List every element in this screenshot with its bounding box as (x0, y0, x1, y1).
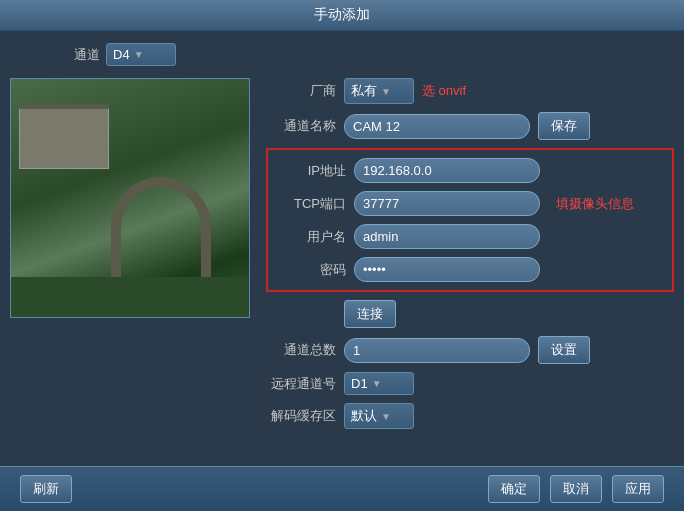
onvif-hint: 选 onvif (422, 82, 466, 100)
decode-buffer-label: 解码缓存区 (266, 407, 336, 425)
right-panel: 厂商 私有 ▼ 选 onvif 通道名称 保存 IP地址 TCP端口 (266, 78, 674, 429)
camera-hint-text: 填摄像头信息 (556, 195, 634, 213)
manufacturer-label: 厂商 (266, 82, 336, 100)
connect-button[interactable]: 连接 (344, 300, 396, 328)
tcp-label: TCP端口 (276, 195, 346, 213)
channel-name-label: 通道名称 (266, 117, 336, 135)
channel-name-row: 通道名称 保存 (266, 112, 674, 140)
cancel-button[interactable]: 取消 (550, 475, 602, 503)
manufacturer-row: 厂商 私有 ▼ 选 onvif (266, 78, 674, 104)
password-label: 密码 (276, 261, 346, 279)
remote-channel-select[interactable]: D1 ▼ (344, 372, 414, 395)
remote-channel-label: 远程通道号 (266, 375, 336, 393)
ip-row: IP地址 (276, 158, 664, 183)
remote-channel-row: 远程通道号 D1 ▼ (266, 372, 674, 395)
channel-row: 通道 D4 ▼ (20, 43, 664, 66)
channel-arrow-icon: ▼ (134, 49, 144, 60)
manufacturer-select[interactable]: 私有 ▼ (344, 78, 414, 104)
decode-buffer-row: 解码缓存区 默认 ▼ (266, 403, 674, 429)
title-bar: 手动添加 (0, 0, 684, 31)
tcp-row: TCP端口 填摄像头信息 (276, 191, 664, 216)
channel-name-input[interactable] (344, 114, 530, 139)
channel-label: 通道 (20, 46, 100, 64)
username-label: 用户名 (276, 228, 346, 246)
bottom-bar: 刷新 确定 取消 应用 (0, 466, 684, 511)
username-row: 用户名 (276, 224, 664, 249)
camera-info-section: IP地址 TCP端口 填摄像头信息 用户名 密码 (266, 148, 674, 292)
bottom-right: 确定 取消 应用 (488, 475, 664, 503)
apply-button[interactable]: 应用 (612, 475, 664, 503)
camera-preview (10, 78, 250, 318)
tcp-input[interactable] (354, 191, 540, 216)
password-input[interactable] (354, 257, 540, 282)
channel-select[interactable]: D4 ▼ (106, 43, 176, 66)
remote-channel-arrow-icon: ▼ (372, 378, 382, 389)
bottom-left: 刷新 (20, 475, 478, 503)
total-channels-input[interactable] (344, 338, 530, 363)
total-channels-row: 通道总数 设置 (266, 336, 674, 364)
connect-row: 连接 (266, 300, 674, 328)
ip-label: IP地址 (276, 162, 346, 180)
refresh-button[interactable]: 刷新 (20, 475, 72, 503)
decode-buffer-select[interactable]: 默认 ▼ (344, 403, 414, 429)
username-input[interactable] (354, 224, 540, 249)
confirm-button[interactable]: 确定 (488, 475, 540, 503)
total-channels-label: 通道总数 (266, 341, 336, 359)
manufacturer-arrow-icon: ▼ (381, 86, 391, 97)
ip-input[interactable] (354, 158, 540, 183)
settings-button[interactable]: 设置 (538, 336, 590, 364)
password-row: 密码 (276, 257, 664, 282)
title-text: 手动添加 (314, 6, 370, 22)
save-button[interactable]: 保存 (538, 112, 590, 140)
decode-buffer-arrow-icon: ▼ (381, 411, 391, 422)
